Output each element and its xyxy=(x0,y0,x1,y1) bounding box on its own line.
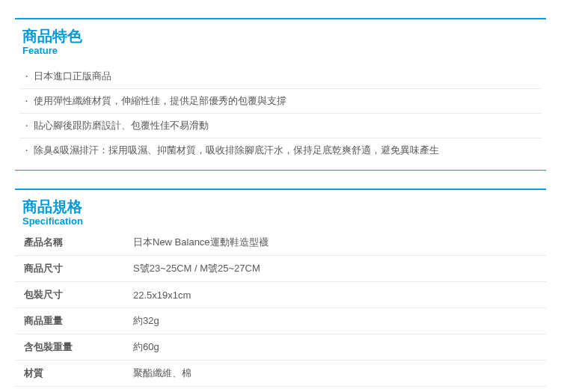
table-row: 產品名稱日本New Balance運動鞋造型襪 xyxy=(15,230,546,256)
spec-value: 22.5x19x1cm xyxy=(127,282,546,308)
feature-list: ・日本進口正版商品 ・使用彈性纖維材質，伸縮性佳，提供足部優秀的包覆與支撐 ・貼… xyxy=(15,60,546,170)
spec-heading: 商品規格 Specification xyxy=(15,190,546,230)
spec-title-cn: 商品規格 xyxy=(22,197,539,215)
spec-value: 約32g xyxy=(127,308,546,334)
bullet-icon: ・ xyxy=(22,120,31,132)
feature-text: 使用彈性纖維材質，伸縮性佳，提供足部優秀的包覆與支撐 xyxy=(34,94,286,108)
spec-key: 材質 xyxy=(15,361,127,387)
spec-value: 約60g xyxy=(127,334,546,361)
spec-value: 中國 xyxy=(127,387,546,392)
feature-title-cn: 商品特色 xyxy=(22,27,539,45)
spec-value: 聚酯纖維、棉 xyxy=(127,361,546,387)
list-item: ・日本進口正版商品 xyxy=(19,64,542,89)
list-item: ・使用彈性纖維材質，伸縮性佳，提供足部優秀的包覆與支撐 xyxy=(19,89,542,114)
table-row: 包裝尺寸22.5x19x1cm xyxy=(15,282,546,308)
feature-text: 日本進口正版商品 xyxy=(34,70,111,83)
table-row: 商品尺寸S號23~25CM / M號25~27CM xyxy=(15,256,546,282)
feature-title-en: Feature xyxy=(22,45,539,57)
spec-key: 產品名稱 xyxy=(15,230,127,256)
feature-text: 貼心腳後跟防磨設計、包覆性佳不易滑動 xyxy=(34,119,209,132)
spec-key: 含包裝重量 xyxy=(15,334,127,361)
table-row: 商品重量約32g xyxy=(15,308,546,334)
spec-key: 包裝尺寸 xyxy=(15,282,127,308)
table-row: 材質聚酯纖維、棉 xyxy=(15,361,546,387)
spec-key: 商品重量 xyxy=(15,308,127,334)
table-row: 含包裝重量約60g xyxy=(15,334,546,361)
spec-value: 日本New Balance運動鞋造型襪 xyxy=(127,230,546,256)
spec-key: 產地 xyxy=(15,387,127,392)
feature-text: 除臭&吸濕排汗：採用吸濕、抑菌材質，吸收排除腳底汗水，保持足底乾爽舒適，避免異味… xyxy=(34,144,439,157)
spec-title-en: Specification xyxy=(22,215,539,227)
bullet-icon: ・ xyxy=(22,145,31,156)
spec-table: 產品名稱日本New Balance運動鞋造型襪 商品尺寸S號23~25CM / … xyxy=(15,230,546,392)
feature-heading: 商品特色 Feature xyxy=(15,19,546,60)
table-row: 產地中國 xyxy=(15,387,546,392)
spec-value: S號23~25CM / M號25~27CM xyxy=(127,256,546,282)
list-item: ・貼心腳後跟防磨設計、包覆性佳不易滑動 xyxy=(19,114,542,138)
list-item: ・除臭&吸濕排汗：採用吸濕、抑菌材質，吸收排除腳底汗水，保持足底乾爽舒適，避免異… xyxy=(19,138,542,162)
spec-key: 商品尺寸 xyxy=(15,256,127,282)
bullet-icon: ・ xyxy=(22,71,31,82)
bullet-icon: ・ xyxy=(22,96,31,107)
